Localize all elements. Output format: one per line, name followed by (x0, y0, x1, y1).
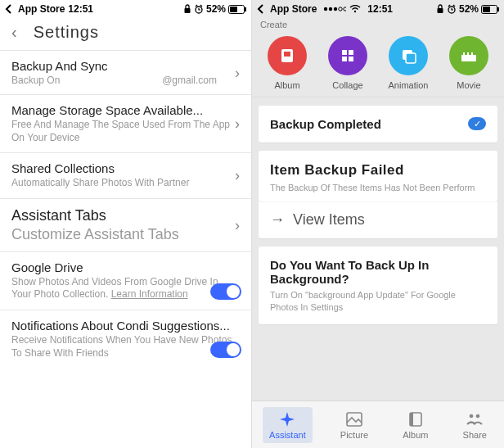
wifi-icon (349, 5, 361, 13)
create-movie-button[interactable]: Movie (441, 36, 497, 90)
row-notifications: Notifications About Condi Suggestions...… (0, 310, 251, 368)
page-title: Settings (34, 23, 99, 42)
row-title: Backup And Sync (11, 59, 240, 73)
svg-point-6 (329, 7, 332, 11)
nav-album[interactable]: Album (396, 407, 434, 443)
album-icon (268, 36, 307, 75)
row-sub: Customize Assistant Tabs (11, 226, 240, 243)
create-animation-button[interactable]: Animation (380, 36, 436, 90)
row-assistant-tabs[interactable]: Assistant Tabs Customize Assistant Tabs … (0, 199, 251, 252)
back-arrow-icon[interactable] (257, 4, 267, 14)
svg-point-5 (324, 7, 327, 11)
animation-icon (389, 36, 428, 75)
view-items-label: View Items (293, 211, 365, 229)
card-sub: Turn On "background App Update" For Goog… (270, 289, 486, 313)
svg-rect-3 (245, 7, 246, 11)
card-sub: The Backup Of These Items Has Not Been P… (270, 182, 486, 193)
assistant-screen: App Store 12:51 52% (252, 0, 504, 448)
row-title: Assistant Tabs (11, 207, 240, 224)
cloud-check-icon: ✓ (468, 117, 486, 130)
status-time-right: 12:51 (367, 3, 393, 15)
assistant-icon (278, 410, 296, 428)
row-sub: Receive Notifications When You Have New … (11, 334, 240, 360)
signal-dots-icon (323, 6, 346, 12)
row-backup-sync[interactable]: Backup And Sync Backup On @gmail.com › (0, 51, 251, 95)
status-bar-right: App Store 12:51 52% (252, 0, 504, 18)
nav-label: Share (463, 430, 487, 440)
nav-share[interactable]: Share (457, 407, 493, 443)
arrow-right-icon: → (270, 211, 285, 229)
status-bar-left: App Store 12:51 52% (0, 0, 251, 18)
create-collage-button[interactable]: Collage (320, 36, 376, 90)
settings-header: ‹ Settings (0, 18, 251, 51)
bottom-nav: Assistant Picture Album Share (252, 400, 504, 448)
picture-icon (345, 410, 363, 428)
svg-rect-14 (497, 7, 499, 11)
chevron-right-icon: › (235, 167, 240, 184)
chevron-right-icon: › (235, 216, 240, 233)
battery-percent-right: 52% (459, 3, 479, 15)
nav-label: Album (403, 430, 428, 440)
nav-label: Assistant (269, 430, 306, 440)
notif-toggle[interactable] (210, 342, 241, 358)
svg-point-9 (344, 7, 346, 11)
svg-point-32 (470, 414, 474, 418)
svg-rect-27 (467, 52, 469, 55)
back-arrow-icon[interactable] (5, 4, 15, 14)
svg-rect-28 (471, 52, 473, 55)
svg-rect-0 (184, 8, 190, 13)
card-backup-failed: Item Backup Failed The Backup Of These I… (259, 151, 497, 201)
action-label: Collage (320, 80, 376, 90)
svg-point-8 (339, 7, 342, 11)
nav-label: Picture (340, 430, 368, 440)
row-sub: Automatically Share Photos With Partner (11, 177, 240, 190)
nav-assistant[interactable]: Assistant (263, 407, 313, 443)
share-icon (466, 410, 484, 428)
battery-icon (481, 5, 499, 14)
view-items-button[interactable]: → View Items (259, 201, 497, 238)
status-time-left: 12:51 (68, 3, 93, 15)
svg-rect-23 (406, 53, 416, 63)
status-app-name: App Store (270, 3, 317, 15)
card-title: Item Backup Failed (270, 162, 486, 179)
row-manage-storage[interactable]: Manage Storage Space Available... Free A… (0, 95, 251, 153)
row-title: Google Drive (11, 260, 240, 274)
alarm-icon (447, 4, 457, 14)
drive-toggle[interactable] (210, 283, 241, 300)
chevron-right-icon: › (235, 64, 240, 81)
action-label: Animation (380, 80, 436, 90)
action-label: Album (259, 80, 315, 90)
svg-rect-4 (230, 7, 237, 12)
svg-point-33 (476, 414, 480, 418)
svg-rect-17 (284, 52, 290, 57)
svg-rect-19 (349, 50, 353, 55)
svg-rect-15 (483, 7, 490, 12)
card-title: Backup Completed (270, 117, 486, 131)
album-nav-icon (407, 410, 425, 428)
row-title: Manage Storage Space Available... (11, 103, 240, 117)
nav-picture[interactable]: Picture (334, 407, 375, 443)
create-album-button[interactable]: Album (259, 36, 315, 90)
row-shared-collections[interactable]: Shared Collections Automatically Share P… (0, 153, 251, 199)
learn-info-link[interactable]: Learn Information (111, 288, 188, 300)
row-sub: Free And Manage The Space Used From The … (11, 119, 240, 144)
chevron-right-icon: › (235, 115, 240, 133)
row-title: Notifications About Condi Suggestions... (11, 319, 240, 333)
battery-percent-left: 52% (206, 3, 226, 15)
lock-icon (183, 4, 191, 14)
svg-rect-18 (342, 50, 347, 55)
lock-icon (436, 4, 444, 14)
back-button[interactable]: ‹ (11, 23, 17, 42)
backup-status: Backup On (11, 75, 60, 86)
card-backup-completed: Backup Completed ✓ (259, 106, 497, 143)
row-title: Shared Collections (11, 161, 240, 175)
create-label: Create (252, 18, 504, 33)
collage-icon (328, 36, 367, 75)
backup-account: @gmail.com (162, 75, 240, 86)
svg-point-10 (354, 11, 356, 12)
action-label: Movie (441, 80, 497, 90)
card-title: Do You Want To Back Up In Background? (270, 258, 486, 286)
svg-rect-21 (349, 57, 353, 61)
svg-rect-31 (410, 413, 413, 426)
battery-icon (228, 5, 246, 14)
